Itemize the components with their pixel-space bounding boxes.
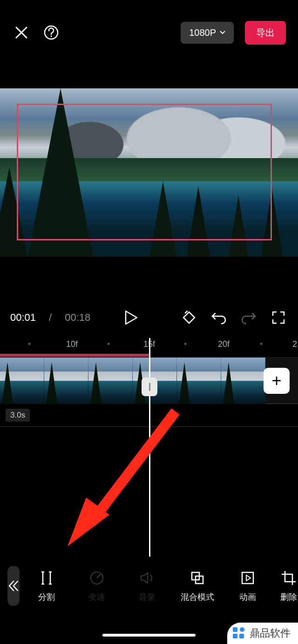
tool-label: 分割	[38, 591, 55, 603]
timeline[interactable]: • 10f • 15f • 20f • 2 + 3.0s	[0, 339, 298, 427]
playhead[interactable]	[149, 338, 150, 557]
undo-icon	[211, 311, 226, 325]
play-button[interactable]	[122, 308, 141, 327]
play-bar: 00:01 / 00:18	[0, 306, 298, 329]
time-separator: /	[49, 312, 52, 324]
keyframe-icon	[182, 310, 196, 325]
tool-volume: 音量	[124, 569, 170, 603]
tool-label: 删除	[280, 591, 297, 603]
add-label: +	[271, 371, 281, 391]
split-icon	[38, 569, 55, 587]
tool-animation[interactable]: 动画	[224, 569, 271, 603]
clip-thumb[interactable]	[44, 358, 88, 404]
clip-thumb[interactable]	[221, 358, 265, 404]
playhead-handle[interactable]	[142, 378, 157, 396]
tool-label: 动画	[239, 591, 256, 603]
home-indicator	[102, 634, 196, 637]
clip-thumb[interactable]	[88, 358, 133, 404]
svg-point-1	[51, 36, 52, 37]
animation-icon	[239, 569, 257, 587]
crop-icon	[280, 569, 298, 587]
export-label: 导出	[256, 27, 275, 38]
ruler-mark: 20f	[218, 339, 230, 349]
bottom-toolbar: 分割 变速 音量 混合模式 动画 删除	[0, 560, 298, 611]
tool-label: 变速	[88, 591, 105, 603]
fullscreen-icon	[272, 311, 285, 324]
volume-icon	[138, 569, 156, 587]
help-button[interactable]	[42, 23, 61, 42]
resolution-selector[interactable]: 1080P	[181, 22, 234, 44]
annotation-arrow	[68, 407, 189, 546]
redo-icon	[241, 311, 256, 325]
chevron-down-icon	[220, 31, 225, 34]
tool-label: 音量	[139, 591, 156, 603]
watermark-text: 鼎品软件	[250, 626, 291, 640]
play-icon	[125, 310, 138, 325]
tool-split[interactable]: 分割	[23, 569, 70, 603]
fullscreen-button[interactable]	[269, 308, 288, 327]
svg-rect-11	[239, 634, 244, 638]
tool-delete[interactable]: 删除	[275, 569, 298, 603]
help-icon	[43, 25, 59, 40]
svg-rect-7	[242, 572, 253, 584]
top-bar: 1080P 导出	[0, 0, 298, 65]
svg-line-2	[91, 412, 176, 523]
blend-icon	[189, 569, 206, 587]
close-icon	[14, 26, 28, 40]
tool-speed: 变速	[74, 569, 120, 603]
tool-blend[interactable]: 混合模式	[174, 569, 221, 603]
clip-duration-chip: 3.0s	[6, 409, 30, 422]
timeline-tracks[interactable]: + 3.0s	[0, 353, 298, 427]
close-button[interactable]	[12, 23, 31, 42]
total-time: 00:18	[65, 312, 90, 324]
video-preview[interactable]	[0, 88, 298, 257]
svg-rect-8	[233, 627, 237, 632]
add-clip-button[interactable]: +	[264, 368, 290, 394]
clip-thumb[interactable]	[177, 358, 221, 404]
svg-point-9	[240, 627, 244, 632]
svg-rect-10	[233, 634, 237, 638]
toolbar-back-button[interactable]	[7, 566, 20, 606]
resolution-label: 1080P	[189, 27, 216, 38]
export-button[interactable]: 导出	[245, 21, 286, 45]
keyframe-button[interactable]	[180, 308, 198, 327]
clip-thumb[interactable]	[0, 358, 44, 404]
watermark-logo-icon	[232, 626, 246, 640]
audio-track[interactable]	[0, 353, 149, 357]
watermark: 鼎品软件	[227, 623, 298, 644]
undo-button[interactable]	[210, 308, 228, 327]
chevron-double-left-icon	[7, 580, 20, 592]
speed-icon	[88, 569, 106, 587]
ruler-mark: 10f	[66, 339, 78, 349]
current-time: 00:01	[10, 312, 36, 324]
tool-label: 混合模式	[181, 591, 214, 603]
redo-button[interactable]	[239, 308, 258, 327]
svg-marker-3	[68, 498, 109, 546]
